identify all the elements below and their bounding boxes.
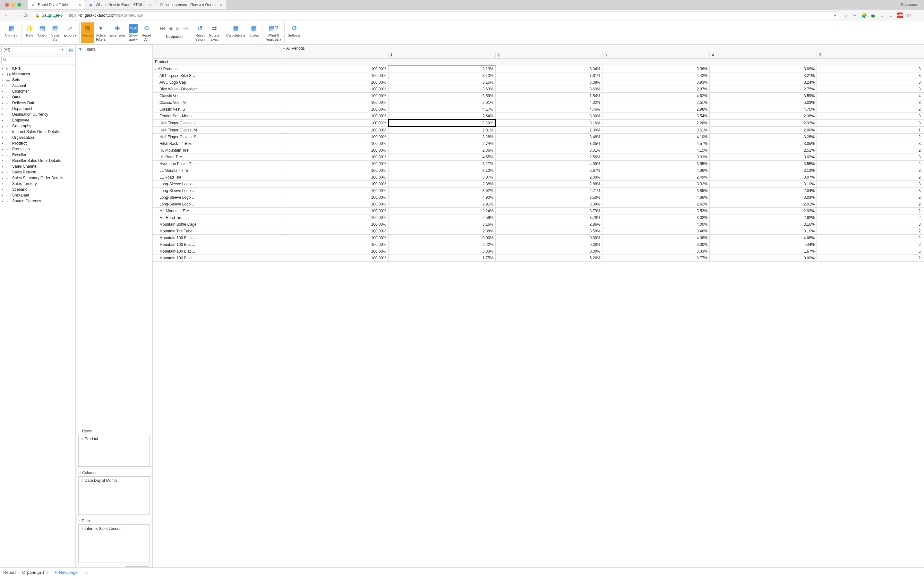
- row-header[interactable]: Half-Finger Gloves, M: [153, 127, 281, 134]
- row-header[interactable]: AWC Logo Cap: [153, 79, 281, 85]
- tab-close-icon[interactable]: ×: [149, 2, 152, 7]
- data-cell[interactable]: 1.61%: [495, 72, 603, 79]
- data-cell[interactable]: 3.13%: [389, 65, 496, 73]
- data-cell[interactable]: 4.57%: [603, 140, 710, 147]
- nav-first-icon[interactable]: ⏮: [160, 25, 166, 31]
- data-cell[interactable]: 4.09%: [495, 160, 603, 167]
- data-cell[interactable]: 2.: [817, 174, 924, 181]
- data-cell[interactable]: 3.: [817, 119, 924, 127]
- expand-icon[interactable]: ▸: [2, 78, 5, 81]
- bookmark-star-icon[interactable]: ★: [833, 13, 837, 18]
- list-toggle-icon[interactable]: ▤: [68, 47, 74, 52]
- data-cell[interactable]: 2.71%: [495, 187, 603, 194]
- data-cell[interactable]: 100.00%: [281, 248, 389, 255]
- nav-next-icon[interactable]: ▶: [175, 25, 181, 31]
- data-cell[interactable]: 2.74%: [389, 140, 496, 147]
- data-cell[interactable]: 3.01%: [495, 147, 603, 153]
- browser-tab[interactable]: ◆What's New in Ranet HTML Piv×: [86, 0, 156, 9]
- data-cell[interactable]: 3.13%: [389, 167, 496, 174]
- data-cell[interactable]: 3.24%: [710, 79, 817, 85]
- data-cell[interactable]: 3.07%: [710, 174, 817, 181]
- data-cell[interactable]: 3.78%: [495, 214, 603, 221]
- expand-icon[interactable]: ▸: [2, 124, 5, 127]
- row-header[interactable]: Hydration Pack - 7…: [153, 160, 281, 167]
- data-cell[interactable]: 2.04%: [710, 187, 817, 194]
- tree-item[interactable]: ▸⌐Product: [1, 140, 75, 146]
- data-cell[interactable]: 100.00%: [281, 72, 389, 79]
- data-cell[interactable]: 0.00%: [389, 234, 496, 241]
- data-cell[interactable]: 2.97%: [603, 85, 710, 92]
- row-header[interactable]: Mountain-100 Blac…: [153, 241, 281, 248]
- data-cell[interactable]: 3.33%: [603, 248, 710, 255]
- data-cell[interactable]: 100.00%: [281, 167, 389, 174]
- data-cell[interactable]: 2.86%: [495, 221, 603, 227]
- collapse-icon[interactable]: ▾: [155, 67, 157, 71]
- whatif-button[interactable]: ▦?What-If Analysis ▾: [264, 23, 283, 43]
- expand-icon[interactable]: ▸: [2, 159, 5, 162]
- data-cell[interactable]: 2.88%: [389, 227, 496, 234]
- data-cell[interactable]: 3.59%: [495, 227, 603, 234]
- maximize-window-icon[interactable]: [17, 3, 21, 7]
- data-cell[interactable]: 100.00%: [281, 140, 389, 147]
- data-cell[interactable]: 2.93%: [710, 207, 817, 214]
- expand-icon[interactable]: ▸: [2, 136, 5, 139]
- data-cell[interactable]: 3.: [817, 72, 924, 79]
- report-tab[interactable]: Report: [3, 570, 16, 575]
- expand-icon[interactable]: ▸: [2, 84, 5, 87]
- data-cell[interactable]: 100.00%: [281, 106, 389, 113]
- data-cell[interactable]: 2.92%: [710, 214, 817, 221]
- tree-item[interactable]: ▸⌐Reseller: [1, 152, 75, 158]
- data-cell[interactable]: 2.36%: [710, 113, 817, 119]
- data-cell[interactable]: 2.: [817, 133, 924, 140]
- data-cell[interactable]: 100.00%: [281, 99, 389, 106]
- data-cell[interactable]: 5.03%: [710, 99, 817, 106]
- data-cell[interactable]: 1.54%: [495, 92, 603, 99]
- data-cell[interactable]: 3.: [817, 221, 924, 227]
- search-input[interactable]: [1, 56, 74, 63]
- data-cell[interactable]: 100.00%: [281, 85, 389, 92]
- tree-item[interactable]: ▸⌐Destination Currency: [1, 111, 75, 117]
- data-cell[interactable]: 3.63%: [495, 85, 603, 92]
- data-cell[interactable]: 3.: [817, 113, 924, 119]
- data-cell[interactable]: 3.28%: [710, 133, 817, 140]
- data-cell[interactable]: 1.67%: [710, 248, 817, 255]
- data-cell[interactable]: 3.53%: [603, 207, 710, 214]
- active-filters-button[interactable]: ▼Active Filters: [94, 23, 107, 43]
- data-cell[interactable]: 3.93%: [603, 79, 710, 85]
- data-cell[interactable]: 100.00%: [281, 92, 389, 99]
- data-cell[interactable]: 2.93%: [710, 119, 817, 127]
- expand-icon[interactable]: ▸: [2, 67, 5, 70]
- browser-menu-icon[interactable]: ⋮: [915, 13, 921, 18]
- reload-button[interactable]: ⟳: [23, 12, 29, 19]
- row-header[interactable]: Long-Sleeve Logo …: [153, 187, 281, 194]
- data-cell[interactable]: 2.36%: [389, 147, 496, 153]
- rotate-axes-button[interactable]: ⇄Rotate axes: [207, 23, 221, 43]
- data-cell[interactable]: 100.00%: [281, 234, 389, 241]
- row-header[interactable]: Mountain Tire Tube: [153, 227, 281, 234]
- expand-icon[interactable]: ▸: [2, 153, 5, 156]
- data-cell[interactable]: 2.26%: [603, 119, 710, 127]
- data-cell[interactable]: 3.: [817, 99, 924, 106]
- zone-item[interactable]: ⠿Product: [79, 436, 149, 442]
- data-cell[interactable]: 2.: [817, 160, 924, 167]
- data-cell[interactable]: 3.61%: [603, 127, 710, 134]
- data-cell[interactable]: 100.00%: [281, 227, 389, 234]
- data-cell[interactable]: 2.49%: [603, 174, 710, 181]
- data-cell[interactable]: 3.55%: [603, 160, 710, 167]
- row-header[interactable]: Fender Set - Mount…: [153, 113, 281, 119]
- row-header[interactable]: Classic Vest, M: [153, 99, 281, 106]
- rows-drop-zone[interactable]: ⠿Product: [78, 435, 150, 467]
- ext-icon-chevron[interactable]: ⌄: [879, 13, 885, 18]
- data-cell[interactable]: 2.98%: [603, 106, 710, 113]
- row-header[interactable]: ML Road Tire: [153, 214, 281, 221]
- nav-last-icon[interactable]: ⏭: [183, 25, 189, 31]
- data-cell[interactable]: 100.00%: [281, 160, 389, 167]
- row-header[interactable]: Classic Vest, S: [153, 106, 281, 113]
- data-cell[interactable]: 3.54%: [603, 113, 710, 119]
- data-cell[interactable]: 3.50%: [495, 194, 603, 201]
- data-cell[interactable]: 4.55%: [389, 153, 496, 160]
- data-cell[interactable]: 100.00%: [281, 65, 389, 73]
- ext-icon-scissors[interactable]: ✂: [852, 13, 858, 18]
- close-window-icon[interactable]: [5, 3, 9, 7]
- data-cell[interactable]: 4.06%: [603, 167, 710, 174]
